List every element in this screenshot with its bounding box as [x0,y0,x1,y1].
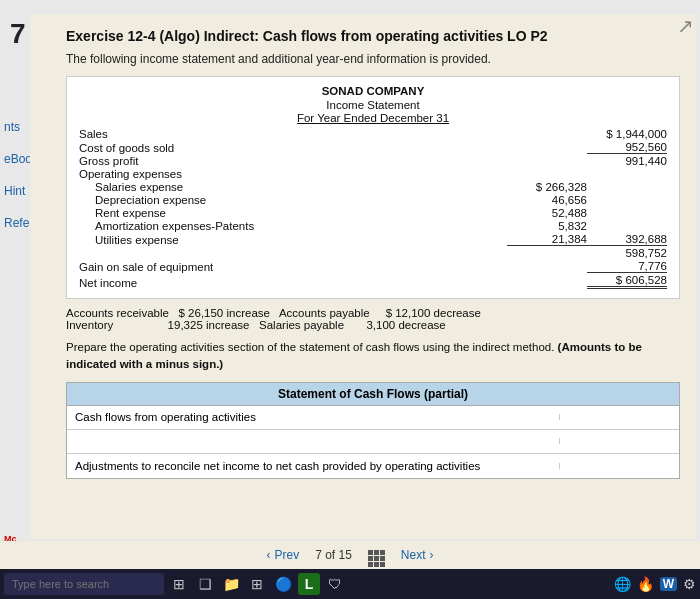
is-label-cogs: Cost of goods sold [79,142,507,154]
next-arrow-icon: › [430,548,434,562]
intro-text: The following income statement and addit… [66,52,680,66]
exercise-title: Exercise 12-4 (Algo) Indirect: Cash flow… [66,28,680,44]
is-col1-utilities: 21,384 [507,233,587,246]
cf-cell-value-3[interactable] [559,463,679,469]
instruction-main: Prepare the operating activities section… [66,341,554,353]
page-number: 7 [10,18,26,50]
cf-cell-label-1: Cash flows from operating activities [67,408,559,426]
cf-cell-label-3: Adjustments to reconcile net income to n… [67,457,559,475]
is-label-salaries: Salaries expense [79,181,507,193]
next-button[interactable]: Next › [401,548,434,562]
is-company-name: SONAD COMPANY [79,85,667,97]
taskbar-search-input[interactable] [4,573,164,595]
is-col2-cogs: 952,560 [587,141,667,154]
is-col1-salaries: $ 266,328 [507,181,587,193]
is-period: For Year Ended December 31 [79,112,667,124]
is-col1-amortization: 5,832 [507,220,587,232]
taskbar-task-view-icon[interactable]: ❑ [194,573,216,595]
is-col2-subtotal: 598,752 [587,247,667,259]
is-label-gain: Gain on sale of equipment [79,261,507,273]
taskbar: ⊞ ❑ 📁 ⊞ 🔵 L 🛡 🌐 🔥 W ⚙ [0,569,700,599]
taskbar-edge-icon[interactable]: 🌐 [614,576,631,592]
cf-cell-value-2[interactable] [559,438,679,444]
is-row-opex-header: Operating expenses [79,168,667,180]
is-label-depreciation: Depreciation expense [79,194,507,206]
cf-table-row-1[interactable]: Cash flows from operating activities [67,406,679,430]
cf-table: Statement of Cash Flows (partial) Cash f… [66,382,680,479]
cf-cell-label-2 [67,438,559,444]
is-label-amortization: Amortization expenses-Patents [79,220,507,232]
is-row-rent: Rent expense 52,488 [79,207,667,219]
instruction-text: Prepare the operating activities section… [66,339,680,374]
additional-info: Accounts receivable $ 26,150 increase Ac… [66,307,680,331]
is-row-net-income: Net income $ 606,528 [79,274,667,289]
nav-grid-icon [368,543,385,567]
is-label-net-income: Net income [79,277,507,289]
taskbar-folder-icon[interactable]: 📁 [220,573,242,595]
main-content: Exercise 12-4 (Algo) Indirect: Cash flow… [30,14,696,539]
is-label-gross: Gross profit [79,155,507,167]
cf-cell-value-1[interactable] [559,414,679,420]
is-row-salaries: Salaries expense $ 266,328 [79,181,667,193]
is-col1-depreciation: 46,656 [507,194,587,206]
taskbar-start-icon[interactable]: ⊞ [246,573,268,595]
taskbar-fire-icon[interactable]: 🔥 [637,576,654,592]
cf-table-row-3: Adjustments to reconcile net income to n… [67,454,679,478]
cursor-icon: ↗ [677,14,694,38]
taskbar-shield-icon[interactable]: 🛡 [324,573,346,595]
prev-arrow-icon: ‹ [266,548,270,562]
bottom-nav: ‹ Prev 7 of 15 Next › [0,541,700,569]
is-row-gross: Gross profit 991,440 [79,155,667,167]
taskbar-l-icon[interactable]: L [298,573,320,595]
taskbar-word-icon[interactable]: W [660,577,677,591]
is-col2-sales: $ 1,944,000 [587,128,667,140]
page-info: 7 of 15 [315,548,352,562]
is-label-utilities: Utilities expense [79,234,507,246]
taskbar-gear-icon[interactable]: ⚙ [683,576,696,592]
is-label-rent: Rent expense [79,207,507,219]
is-col2-net-income: $ 606,528 [587,274,667,289]
is-col1-rent: 52,488 [507,207,587,219]
taskbar-windows-icon[interactable]: ⊞ [168,573,190,595]
cf-table-header: Statement of Cash Flows (partial) [67,383,679,406]
prev-label[interactable]: Prev [274,548,299,562]
is-row-sales: Sales $ 1,944,000 [79,128,667,140]
is-row-subtotal: 598,752 [79,247,667,259]
is-col2-utilities: 392,688 [587,233,667,246]
taskbar-right-icons: 🌐 🔥 W ⚙ [614,576,696,592]
ai-ar: Accounts receivable $ 26,150 increase Ac… [66,307,680,319]
is-statement-type: Income Statement [79,99,667,111]
next-label[interactable]: Next [401,548,426,562]
is-label-opex-header: Operating expenses [79,168,507,180]
is-row-utilities: Utilities expense 21,384 392,688 [79,233,667,246]
is-row-depreciation: Depreciation expense 46,656 [79,194,667,206]
is-col2-gross: 991,440 [587,155,667,167]
income-statement: SONAD COMPANY Income Statement For Year … [66,76,680,299]
is-label-sales: Sales [79,128,507,140]
ai-inv: Inventory 19,325 increase Salaries payab… [66,319,680,331]
is-row-cogs: Cost of goods sold 952,560 [79,141,667,154]
taskbar-browser-icon[interactable]: 🔵 [272,573,294,595]
cf-table-row-2[interactable] [67,430,679,454]
is-row-gain: Gain on sale of equipment 7,776 [79,260,667,273]
is-row-amortization: Amortization expenses-Patents 5,832 [79,220,667,232]
ai-left: Accounts receivable $ 26,150 increase Ac… [66,307,680,331]
prev-button[interactable]: ‹ Prev [266,548,299,562]
is-col2-gain: 7,776 [587,260,667,273]
